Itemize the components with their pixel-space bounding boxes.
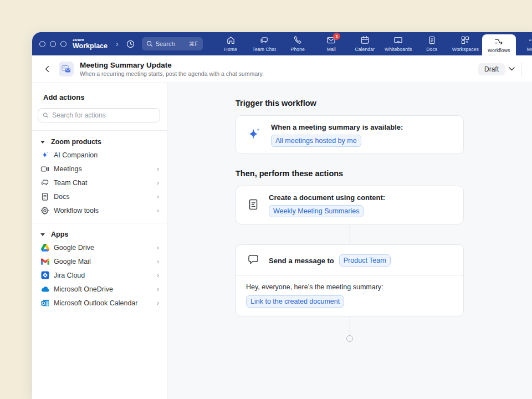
- back-button[interactable]: [43, 65, 52, 73]
- more-icon: [528, 35, 532, 45]
- sidebar-item-ai-companion[interactable]: AI Companion: [32, 148, 167, 162]
- brand-chevron-icon[interactable]: ›: [116, 40, 119, 48]
- history-icon[interactable]: [126, 39, 135, 49]
- window-control-minimize-icon[interactable]: [50, 41, 56, 47]
- create-document-text: Create a document using content:: [269, 193, 385, 202]
- brand-workplace-text: Workplace: [73, 43, 108, 50]
- section-zoom-products[interactable]: Zoom products: [40, 138, 160, 146]
- sidebar-item-microsoft-onedrive[interactable]: Microsoft OneDrive ›: [32, 282, 167, 296]
- sidebar-item-workflow-tools[interactable]: Workflow tools ›: [32, 203, 167, 217]
- docs-icon: [40, 192, 49, 201]
- calendar-icon: [360, 35, 370, 45]
- global-search-input[interactable]: Search ⌘F: [142, 37, 203, 50]
- sidebar-item-team-chat[interactable]: Team Chat ›: [32, 176, 167, 190]
- send-message-card[interactable]: Send a message to Product Team Hey, ever…: [236, 244, 464, 316]
- chevron-right-icon: ›: [157, 285, 159, 293]
- search-icon: [146, 40, 153, 47]
- team-chat-icon: [259, 35, 269, 45]
- sidebar-item-microsoft-outlook-calendar[interactable]: Microsoft Outlook Calendar ›: [32, 296, 167, 310]
- collapse-triangle-icon: [40, 141, 45, 144]
- nav-item-team-chat[interactable]: Team Chat: [248, 32, 282, 55]
- actions-search[interactable]: [38, 108, 160, 122]
- ai-companion-icon: [40, 151, 49, 160]
- chevron-right-icon: ›: [157, 165, 159, 172]
- chevron-right-icon: ›: [157, 207, 159, 214]
- sidebar-divider: [32, 223, 167, 223]
- mail-icon: 1: [326, 35, 336, 45]
- trigger-scope-pill[interactable]: All meetings hosted by me: [271, 135, 361, 147]
- sidebar-item-google-drive[interactable]: Google Drive ›: [32, 241, 167, 254]
- workflow-canvas: Trigger this workflow When a meeting sum…: [167, 83, 532, 399]
- search-icon: [43, 112, 49, 119]
- primary-nav: Home Team Chat Phone 1 Mail: [214, 32, 532, 55]
- actions-heading: Then, perform these actions: [236, 168, 464, 178]
- status-chevron-down-icon[interactable]: [509, 67, 515, 71]
- flow-connector: [350, 316, 350, 335]
- trigger-text: When a meeting summary is available:: [271, 123, 403, 131]
- body-row: Add actions Zoom products AI Companion: [32, 83, 532, 399]
- chevron-right-icon: ›: [157, 244, 159, 251]
- nav-item-calendar[interactable]: Calendar: [348, 32, 382, 55]
- team-chat-icon: [40, 178, 49, 187]
- workflow-header: Meeting Summary Update When a recurring …: [32, 55, 532, 83]
- whiteboards-icon: [393, 35, 403, 45]
- workspaces-icon: [461, 35, 470, 45]
- chat-bubble-icon: [247, 254, 259, 267]
- nav-item-phone[interactable]: Phone: [281, 32, 315, 55]
- page-title: Meeting Summary Update: [80, 61, 264, 69]
- home-icon: [226, 35, 236, 45]
- section-apps[interactable]: Apps: [40, 231, 160, 238]
- phone-icon: [293, 35, 303, 45]
- create-document-card[interactable]: Create a document using content: Weekly …: [236, 186, 464, 224]
- chevron-right-icon: ›: [157, 179, 159, 186]
- outlook-calendar-icon: [40, 299, 49, 308]
- gmail-icon: [40, 257, 49, 266]
- nav-item-more[interactable]: More: [516, 32, 532, 55]
- sidebar-item-meetings[interactable]: Meetings ›: [32, 162, 167, 176]
- workflow-title-block: Meeting Summary Update When a recurring …: [80, 61, 264, 77]
- workflow-app-icon: [59, 62, 74, 76]
- add-actions-sidebar: Add actions Zoom products AI Companion: [32, 83, 167, 399]
- nav-item-home[interactable]: Home: [214, 32, 248, 55]
- send-message-text: Send a message to: [269, 257, 334, 265]
- sidebar-item-jira-cloud[interactable]: Jira Cloud ›: [32, 268, 167, 282]
- page: { "topbar": { "brand_top": "zoom", "bran…: [0, 0, 532, 399]
- message-recipient-pill[interactable]: Product Team: [339, 254, 391, 267]
- chevron-right-icon: ›: [157, 299, 159, 306]
- document-icon: [247, 198, 259, 213]
- nav-item-workflows[interactable]: Workflows: [482, 34, 516, 55]
- actions-search-input[interactable]: [52, 111, 155, 119]
- docs-icon: [427, 35, 437, 45]
- chevron-right-icon: ›: [157, 272, 159, 279]
- zoom-workplace-logo: zoom Workplace: [73, 38, 108, 50]
- nav-item-mail[interactable]: 1 Mail: [315, 32, 349, 55]
- window-controls[interactable]: [39, 41, 66, 47]
- window-control-maximize-icon[interactable]: [60, 41, 66, 47]
- status-badge[interactable]: Draft: [478, 63, 505, 75]
- sidebar-item-docs[interactable]: Docs ›: [32, 190, 167, 203]
- nav-item-whiteboards[interactable]: Whiteboards: [382, 32, 416, 55]
- search-placeholder: Search: [156, 40, 175, 47]
- brand-zoom-text: zoom: [73, 38, 108, 42]
- sidebar-item-google-mail[interactable]: Google Mail ›: [32, 254, 167, 268]
- chevron-right-icon: ›: [157, 258, 159, 265]
- trigger-heading: Trigger this workflow: [236, 98, 464, 108]
- mail-badge: 1: [333, 33, 340, 40]
- header-divider: [521, 62, 522, 76]
- document-link-pill[interactable]: Link to the created document: [246, 295, 344, 308]
- window-control-close-icon[interactable]: [39, 41, 45, 47]
- page-subtitle: When a recurring meeting starts, post th…: [80, 70, 264, 77]
- meetings-icon: [40, 165, 49, 173]
- flow-connector: [350, 224, 350, 244]
- search-shortcut: ⌘F: [189, 40, 198, 47]
- flow-end-node[interactable]: [346, 335, 353, 342]
- document-content-pill[interactable]: Weekly Meeting Summaries: [269, 205, 364, 217]
- collapse-triangle-icon: [40, 233, 45, 236]
- trigger-card[interactable]: When a meeting summary is available: All…: [236, 115, 464, 154]
- onedrive-icon: [40, 285, 49, 294]
- workflows-icon: [494, 37, 504, 46]
- nav-item-docs[interactable]: Docs: [415, 32, 449, 55]
- nav-item-workspaces[interactable]: Workspaces: [449, 32, 483, 55]
- top-navigation-bar: zoom Workplace › Search ⌘F Home: [32, 32, 532, 55]
- chevron-right-icon: ›: [157, 193, 159, 200]
